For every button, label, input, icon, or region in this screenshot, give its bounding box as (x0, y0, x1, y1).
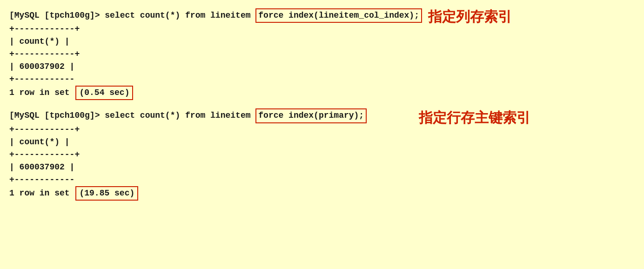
divider3-1: +------------ (9, 73, 635, 86)
time-boxed-1: (0.54 sec) (75, 86, 133, 100)
section2: [MySQL [tpch100g]> select count(*) from … (9, 108, 635, 200)
divider3-2: +------------ (9, 174, 635, 186)
divider1-2: +------------+ (9, 123, 635, 136)
result-prefix-1: 1 row in set (9, 86, 74, 100)
divider1-1: +------------+ (9, 23, 635, 35)
query-boxed-1: force index(lineitem_col_index); (255, 8, 422, 23)
query-line-2: [MySQL [tpch100g]> select count(*) from … (9, 108, 635, 123)
col-header-2: | count(*) | (9, 136, 635, 148)
divider2-1: +------------+ (9, 48, 635, 61)
query-boxed-2: force index(primary); (255, 108, 367, 123)
query-prefix-2: [MySQL [tpch100g]> select count(*) from … (9, 109, 255, 122)
divider2-2: +------------+ (9, 148, 635, 161)
result-line-1: 1 row in set (0.54 sec) (9, 86, 635, 100)
col-header-1: | count(*) | (9, 35, 635, 48)
annotation-1: 指定列存索引 (428, 7, 512, 26)
time-boxed-2: (19.85 sec) (75, 186, 138, 201)
query-prefix-1: [MySQL [tpch100g]> select count(*) from … (9, 9, 255, 22)
col-value-2: | 600037902 | (9, 161, 635, 174)
annotation-2: 指定行存主键索引 (419, 108, 530, 127)
main-container: [MySQL [tpch100g]> select count(*) from … (9, 8, 635, 201)
section1: [MySQL [tpch100g]> select count(*) from … (9, 8, 635, 100)
result-line-2: 1 row in set (19.85 sec) (9, 186, 635, 201)
query-line-1: [MySQL [tpch100g]> select count(*) from … (9, 8, 635, 23)
result-prefix-2: 1 row in set (9, 187, 74, 200)
col-value-1: | 600037902 | (9, 61, 635, 73)
